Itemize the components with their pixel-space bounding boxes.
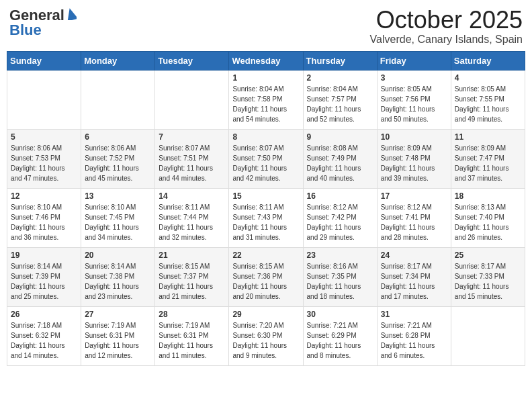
day-info: Sunrise: 8:12 AMSunset: 7:42 PMDaylight:… xyxy=(307,202,373,242)
calendar-day-cell: 4Sunrise: 8:05 AMSunset: 7:55 PMDaylight… xyxy=(451,70,525,129)
day-info: Sunrise: 8:15 AMSunset: 7:36 PMDaylight:… xyxy=(232,261,299,302)
day-info: Sunrise: 8:06 AMSunset: 7:52 PMDaylight:… xyxy=(85,143,151,183)
day-of-week-header: Wednesday xyxy=(229,51,303,70)
calendar-day-cell: 6Sunrise: 8:06 AMSunset: 7:52 PMDaylight… xyxy=(81,129,155,188)
location-text: Valverde, Canary Islands, Spain xyxy=(370,34,523,46)
day-info: Sunrise: 8:10 AMSunset: 7:46 PMDaylight:… xyxy=(11,202,77,242)
day-number: 13 xyxy=(85,191,151,201)
day-info: Sunrise: 8:10 AMSunset: 7:45 PMDaylight:… xyxy=(85,202,151,242)
day-number: 15 xyxy=(232,191,299,201)
calendar-day-cell xyxy=(155,70,229,129)
day-number: 8 xyxy=(232,132,299,142)
day-info: Sunrise: 8:15 AMSunset: 7:37 PMDaylight:… xyxy=(159,261,225,302)
day-info: Sunrise: 8:06 AMSunset: 7:53 PMDaylight:… xyxy=(11,143,77,183)
calendar-day-cell: 15Sunrise: 8:11 AMSunset: 7:43 PMDayligh… xyxy=(229,188,303,247)
calendar-day-cell: 20Sunrise: 8:14 AMSunset: 7:38 PMDayligh… xyxy=(81,247,155,306)
calendar-day-cell: 27Sunrise: 7:19 AMSunset: 6:31 PMDayligh… xyxy=(81,306,155,365)
day-number: 9 xyxy=(307,132,373,142)
day-info: Sunrise: 7:21 AMSunset: 6:29 PMDaylight:… xyxy=(307,320,373,361)
day-number: 19 xyxy=(11,250,77,260)
day-info: Sunrise: 8:05 AMSunset: 7:56 PMDaylight:… xyxy=(381,84,447,124)
day-number: 14 xyxy=(159,191,225,201)
calendar-header-row: SundayMondayTuesdayWednesdayThursdayFrid… xyxy=(7,51,525,70)
logo-blue-text: Blue xyxy=(9,21,42,39)
day-of-week-header: Tuesday xyxy=(155,51,229,70)
day-number: 23 xyxy=(307,250,373,260)
calendar-day-cell: 1Sunrise: 8:04 AMSunset: 7:58 PMDaylight… xyxy=(229,70,303,129)
day-number: 4 xyxy=(455,73,521,83)
day-of-week-header: Monday xyxy=(81,51,155,70)
day-info: Sunrise: 8:13 AMSunset: 7:40 PMDaylight:… xyxy=(455,202,521,242)
calendar-day-cell: 13Sunrise: 8:10 AMSunset: 7:45 PMDayligh… xyxy=(81,188,155,247)
calendar-day-cell: 18Sunrise: 8:13 AMSunset: 7:40 PMDayligh… xyxy=(451,188,525,247)
day-info: Sunrise: 8:04 AMSunset: 7:58 PMDaylight:… xyxy=(232,84,299,124)
calendar-day-cell: 17Sunrise: 8:12 AMSunset: 7:41 PMDayligh… xyxy=(377,188,451,247)
calendar-day-cell: 29Sunrise: 7:20 AMSunset: 6:30 PMDayligh… xyxy=(229,306,303,365)
calendar-day-cell xyxy=(451,306,525,365)
calendar-day-cell: 19Sunrise: 8:14 AMSunset: 7:39 PMDayligh… xyxy=(7,247,81,306)
logo-triangle-icon xyxy=(66,8,77,23)
title-area: October 2025 Valverde, Canary Islands, S… xyxy=(370,7,523,46)
day-number: 11 xyxy=(455,132,521,142)
day-number: 10 xyxy=(381,132,447,142)
day-number: 12 xyxy=(11,191,77,201)
day-number: 26 xyxy=(11,310,77,319)
page-header: General Blue October 2025 Valverde, Cana… xyxy=(7,7,525,46)
day-of-week-header: Friday xyxy=(377,51,451,70)
day-number: 3 xyxy=(381,73,447,83)
day-number: 6 xyxy=(85,132,151,142)
day-info: Sunrise: 7:20 AMSunset: 6:30 PMDaylight:… xyxy=(232,320,299,361)
day-info: Sunrise: 8:07 AMSunset: 7:50 PMDaylight:… xyxy=(232,143,299,183)
day-number: 21 xyxy=(159,250,225,260)
calendar-day-cell: 5Sunrise: 8:06 AMSunset: 7:53 PMDaylight… xyxy=(7,129,81,188)
calendar-day-cell: 2Sunrise: 8:04 AMSunset: 7:57 PMDaylight… xyxy=(303,70,377,129)
calendar-week-row: 5Sunrise: 8:06 AMSunset: 7:53 PMDaylight… xyxy=(7,129,525,188)
calendar-day-cell: 11Sunrise: 8:09 AMSunset: 7:47 PMDayligh… xyxy=(451,129,525,188)
day-number: 7 xyxy=(159,132,225,142)
calendar-day-cell: 7Sunrise: 8:07 AMSunset: 7:51 PMDaylight… xyxy=(155,129,229,188)
calendar-day-cell: 30Sunrise: 7:21 AMSunset: 6:29 PMDayligh… xyxy=(303,306,377,365)
day-number: 2 xyxy=(307,73,373,83)
calendar-day-cell: 8Sunrise: 8:07 AMSunset: 7:50 PMDaylight… xyxy=(229,129,303,188)
calendar-week-row: 19Sunrise: 8:14 AMSunset: 7:39 PMDayligh… xyxy=(7,247,525,306)
day-number: 28 xyxy=(159,310,225,319)
calendar-day-cell: 22Sunrise: 8:15 AMSunset: 7:36 PMDayligh… xyxy=(229,247,303,306)
day-info: Sunrise: 7:21 AMSunset: 6:28 PMDaylight:… xyxy=(381,320,447,361)
day-info: Sunrise: 8:11 AMSunset: 7:44 PMDaylight:… xyxy=(159,202,225,242)
calendar-day-cell: 24Sunrise: 8:17 AMSunset: 7:34 PMDayligh… xyxy=(377,247,451,306)
day-info: Sunrise: 7:19 AMSunset: 6:31 PMDaylight:… xyxy=(159,320,225,361)
calendar-day-cell: 25Sunrise: 8:17 AMSunset: 7:33 PMDayligh… xyxy=(451,247,525,306)
day-number: 5 xyxy=(11,132,77,142)
calendar-day-cell: 23Sunrise: 8:16 AMSunset: 7:35 PMDayligh… xyxy=(303,247,377,306)
calendar-day-cell: 16Sunrise: 8:12 AMSunset: 7:42 PMDayligh… xyxy=(303,188,377,247)
calendar-day-cell: 26Sunrise: 7:18 AMSunset: 6:32 PMDayligh… xyxy=(7,306,81,365)
calendar-day-cell: 9Sunrise: 8:08 AMSunset: 7:49 PMDaylight… xyxy=(303,129,377,188)
day-number: 31 xyxy=(381,310,447,319)
day-info: Sunrise: 8:09 AMSunset: 7:48 PMDaylight:… xyxy=(381,143,447,183)
day-info: Sunrise: 8:17 AMSunset: 7:33 PMDaylight:… xyxy=(455,261,521,302)
day-number: 30 xyxy=(307,310,373,319)
day-number: 24 xyxy=(381,250,447,260)
calendar-day-cell: 31Sunrise: 7:21 AMSunset: 6:28 PMDayligh… xyxy=(377,306,451,365)
svg-marker-0 xyxy=(66,8,77,20)
day-number: 25 xyxy=(455,250,521,260)
day-number: 22 xyxy=(232,250,299,260)
day-info: Sunrise: 8:08 AMSunset: 7:49 PMDaylight:… xyxy=(307,143,373,183)
day-info: Sunrise: 8:07 AMSunset: 7:51 PMDaylight:… xyxy=(159,143,225,183)
calendar-day-cell: 14Sunrise: 8:11 AMSunset: 7:44 PMDayligh… xyxy=(155,188,229,247)
day-of-week-header: Saturday xyxy=(451,51,525,70)
calendar-day-cell xyxy=(81,70,155,129)
day-info: Sunrise: 8:05 AMSunset: 7:55 PMDaylight:… xyxy=(455,84,521,124)
day-info: Sunrise: 8:14 AMSunset: 7:38 PMDaylight:… xyxy=(85,261,151,302)
day-info: Sunrise: 7:18 AMSunset: 6:32 PMDaylight:… xyxy=(11,320,77,361)
day-info: Sunrise: 8:11 AMSunset: 7:43 PMDaylight:… xyxy=(232,202,299,242)
day-info: Sunrise: 8:14 AMSunset: 7:39 PMDaylight:… xyxy=(11,261,77,302)
day-of-week-header: Sunday xyxy=(7,51,81,70)
calendar-day-cell: 28Sunrise: 7:19 AMSunset: 6:31 PMDayligh… xyxy=(155,306,229,365)
day-number: 1 xyxy=(232,73,299,83)
day-number: 16 xyxy=(307,191,373,201)
calendar-day-cell: 21Sunrise: 8:15 AMSunset: 7:37 PMDayligh… xyxy=(155,247,229,306)
day-info: Sunrise: 8:04 AMSunset: 7:57 PMDaylight:… xyxy=(307,84,373,124)
day-info: Sunrise: 8:17 AMSunset: 7:34 PMDaylight:… xyxy=(381,261,447,302)
calendar-table: SundayMondayTuesdayWednesdayThursdayFrid… xyxy=(7,51,525,366)
